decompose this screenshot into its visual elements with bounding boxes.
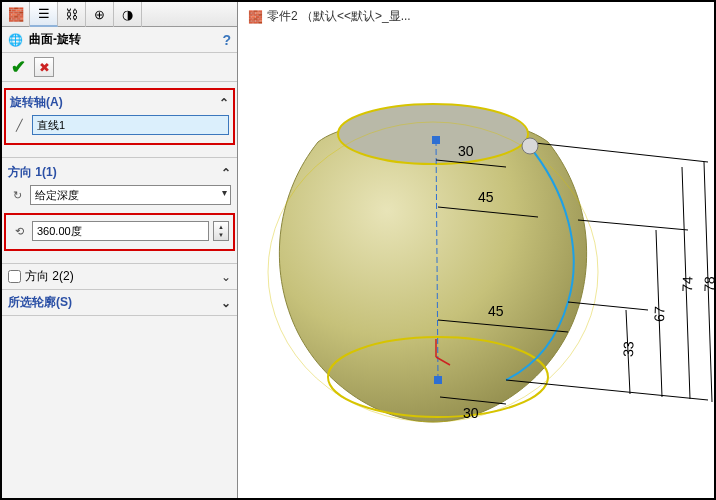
direction1-section: 方向 1(1) ⌃ ↻ ⟲ ▲▼ (2, 158, 237, 264)
expand-icon[interactable]: ⌄ (221, 296, 231, 310)
direction2-section: 方向 2(2) ⌄ (2, 264, 237, 290)
axis-label: 旋转轴(A) (10, 94, 63, 111)
axis-icon: ╱ (10, 119, 28, 132)
svg-line-10 (506, 380, 708, 400)
cancel-button[interactable]: ✖ (34, 57, 54, 77)
drag-handle[interactable] (522, 138, 538, 154)
svg-line-9 (568, 302, 648, 310)
svg-text:45: 45 (478, 189, 494, 205)
svg-text:30: 30 (463, 405, 479, 421)
revolve-icon: 🌐 (8, 33, 23, 47)
svg-line-11 (578, 220, 688, 230)
angle-spinner[interactable]: ▲▼ (213, 221, 229, 241)
angle-icon: ⟲ (10, 225, 28, 238)
svg-text:67: 67 (651, 306, 668, 322)
tab-appearances[interactable]: ◑ (114, 2, 142, 27)
axis-endpoint-bottom[interactable] (434, 376, 442, 384)
feature-header: 🌐 曲面-旋转 ? (2, 27, 237, 53)
model-scene: 30 45 45 30 (238, 2, 714, 498)
expand-icon[interactable]: ⌄ (221, 270, 231, 284)
tab-property-manager[interactable]: ☰ (30, 2, 58, 27)
collapse-icon[interactable]: ⌃ (219, 96, 229, 110)
direction2-checkbox[interactable] (8, 270, 21, 283)
axis-endpoint-top[interactable] (432, 136, 440, 144)
axis-input[interactable] (32, 115, 229, 135)
property-manager-panel: 🧱 ☰ ⛓ ⊕ ◑ 🌐 曲面-旋转 ? ✔ ✖ 旋转轴(A) ⌃ ╱ (2, 2, 238, 498)
direction1-label: 方向 1(1) (8, 164, 57, 181)
feature-title: 曲面-旋转 (29, 31, 81, 48)
contours-section: 所选轮廓(S) ⌄ (2, 290, 237, 316)
svg-text:74: 74 (679, 276, 696, 292)
end-condition-combo[interactable] (30, 185, 231, 205)
svg-text:33: 33 (620, 341, 637, 357)
angle-input[interactable] (32, 221, 209, 241)
top-opening-face (338, 104, 528, 164)
tab-target[interactable]: ⊕ (86, 2, 114, 27)
collapse-icon[interactable]: ⌃ (221, 166, 231, 180)
angle-highlight: ⟲ ▲▼ (4, 213, 235, 251)
reverse-direction-icon[interactable]: ↻ (8, 189, 26, 202)
revolve-body (279, 120, 586, 422)
ok-button[interactable]: ✔ (8, 57, 28, 77)
direction2-label: 方向 2(2) (25, 268, 74, 285)
panel-tabbar: 🧱 ☰ ⛓ ⊕ ◑ (2, 2, 237, 27)
svg-text:45: 45 (488, 303, 504, 319)
axis-section: 旋转轴(A) ⌃ ╱ (2, 82, 237, 158)
svg-text:78: 78 (701, 276, 714, 292)
dim-heights: 33 67 74 78 (620, 162, 714, 402)
confirm-row: ✔ ✖ (2, 53, 237, 82)
tab-feature-tree[interactable]: 🧱 (2, 2, 30, 27)
graphics-viewport[interactable]: 🧱 零件2 （默认<<默认>_显... (238, 2, 714, 498)
help-icon[interactable]: ? (222, 32, 231, 48)
contours-label: 所选轮廓(S) (8, 294, 72, 311)
svg-text:30: 30 (458, 143, 474, 159)
tab-configurations[interactable]: ⛓ (58, 2, 86, 27)
axis-highlight: 旋转轴(A) ⌃ ╱ (4, 88, 235, 145)
